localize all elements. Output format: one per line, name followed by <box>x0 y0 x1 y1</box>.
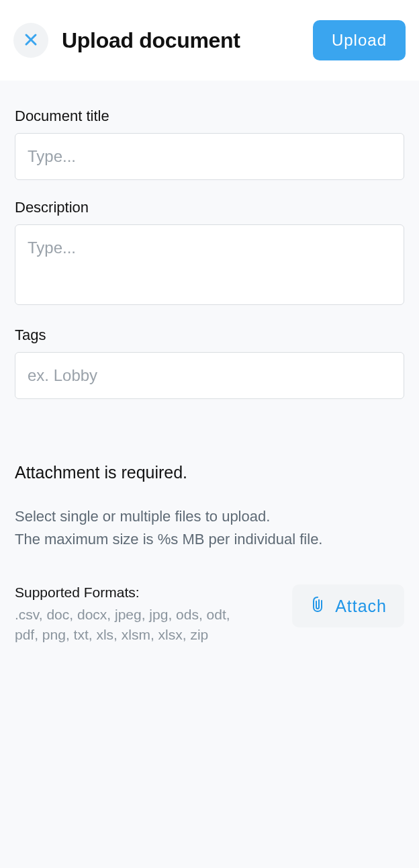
content-area: Document title Description Tags Attachme… <box>0 81 419 868</box>
attachment-required-text: Attachment is required. <box>15 463 404 482</box>
close-icon <box>23 32 39 50</box>
description-input[interactable] <box>15 224 404 305</box>
formats-column: Supported Formats: .csv, doc, docx, jpeg… <box>15 584 279 644</box>
attachment-help-line1: Select single or multiple files to uploa… <box>15 505 404 528</box>
close-button[interactable] <box>13 23 48 58</box>
upload-button[interactable]: Upload <box>313 20 406 60</box>
formats-row: Supported Formats: .csv, doc, docx, jpeg… <box>15 584 404 644</box>
attach-button-label: Attach <box>335 597 387 616</box>
formats-title: Supported Formats: <box>15 584 279 601</box>
description-field-group: Description <box>15 199 404 308</box>
tags-label: Tags <box>15 327 404 344</box>
tags-input[interactable] <box>15 352 404 399</box>
header: Upload document Upload <box>0 0 419 81</box>
formats-list: .csv, doc, docx, jpeg, jpg, ods, odt, pd… <box>15 605 257 644</box>
tags-field-group: Tags <box>15 327 404 399</box>
description-label: Description <box>15 199 404 216</box>
attachment-help-line2: The maximum size is %s MB per individual… <box>15 528 404 551</box>
title-label: Document title <box>15 107 404 125</box>
attachment-section: Attachment is required. Select single or… <box>15 463 404 644</box>
page-title: Upload document <box>62 28 313 53</box>
attachment-help-text: Select single or multiple files to uploa… <box>15 505 404 551</box>
paperclip-icon <box>310 595 326 617</box>
title-input[interactable] <box>15 133 404 180</box>
attach-button[interactable]: Attach <box>292 584 404 627</box>
title-field-group: Document title <box>15 107 404 180</box>
